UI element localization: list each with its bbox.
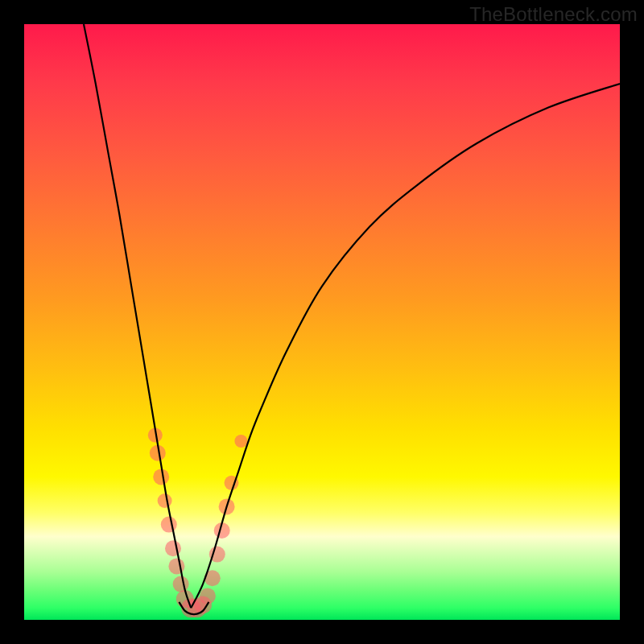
curve-right-branch bbox=[191, 84, 620, 608]
watermark-text: TheBottleneck.com bbox=[469, 3, 638, 26]
marker-point bbox=[153, 469, 169, 485]
curves-svg bbox=[24, 24, 620, 620]
plot-area bbox=[24, 24, 620, 620]
marker-point bbox=[168, 558, 184, 574]
marker-point bbox=[234, 435, 247, 448]
marker-point bbox=[161, 517, 177, 533]
marker-point bbox=[200, 588, 216, 604]
marker-point bbox=[158, 493, 172, 508]
marker-layer bbox=[148, 428, 248, 618]
marker-point bbox=[165, 540, 181, 556]
marker-point bbox=[173, 576, 189, 592]
chart-frame: TheBottleneck.com bbox=[0, 0, 644, 644]
